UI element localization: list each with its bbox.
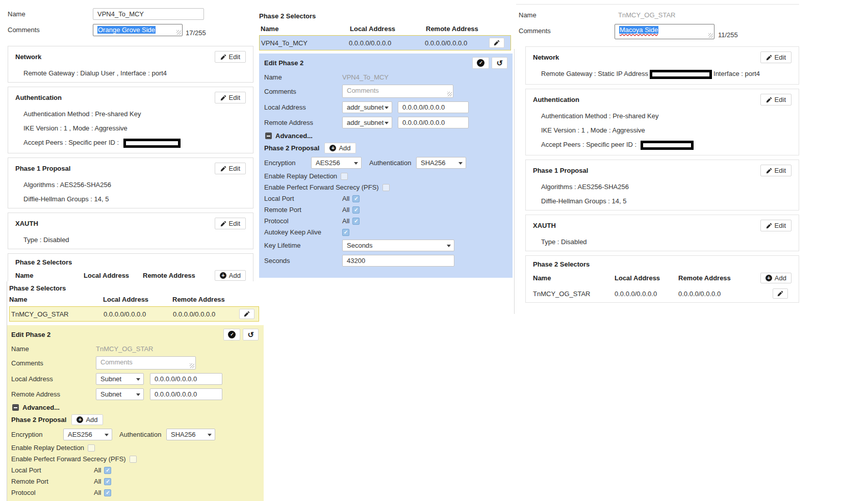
phase1-title: Phase 1 Proposal: [15, 165, 70, 172]
authentication-select[interactable]: SHA256: [166, 429, 215, 440]
middle-panel: Phase 2 Selectors Name Local Address Rem…: [259, 12, 513, 278]
advanced-toggle[interactable]: Advanced...: [265, 132, 507, 140]
name-label: Name: [264, 73, 342, 81]
comments-input[interactable]: Macoya Side: [615, 24, 714, 39]
remote-address-type-select[interactable]: Subnet: [96, 388, 144, 400]
pfs-checkbox[interactable]: [130, 456, 137, 463]
network-edit-button[interactable]: Edit: [760, 51, 792, 63]
xauth-edit-button[interactable]: Edit: [760, 220, 792, 231]
column-header-remote: Remote Address: [678, 274, 760, 282]
network-title: Network: [533, 54, 559, 61]
right-panel: Name TnMCY_OG_STAR Comments Macoya Side …: [518, 11, 799, 307]
advanced-toggle[interactable]: Advanced...: [12, 404, 259, 411]
selected-selector-row[interactable]: TnMCY_OG_STAR 0.0.0.0/0.0.0.0 0.0.0.0/0.…: [9, 306, 259, 322]
local-address-input[interactable]: 0.0.0.0/0.0.0.0: [398, 101, 469, 113]
remote-port-label: Remote Port: [11, 478, 94, 485]
authentication-select[interactable]: SHA256: [416, 157, 466, 169]
remote-address-input[interactable]: 0.0.0.0/0.0.0.0: [150, 388, 222, 400]
right-panel-top-border: [516, 4, 799, 5]
all-label: All: [94, 466, 101, 474]
column-header-local: Local Address: [84, 272, 143, 279]
revert-button[interactable]: ↺: [492, 57, 507, 69]
authentication-label: Authentication: [369, 159, 416, 167]
chevron-down-icon: [105, 434, 109, 436]
remote-address-input[interactable]: 0.0.0.0/0.0.0.0: [398, 117, 469, 128]
protocol-all-checkbox[interactable]: ✓: [352, 218, 360, 225]
selected-selector-row[interactable]: VPN4_To_MCY 0.0.0.0/0.0.0.0 0.0.0.0/0.0.…: [259, 35, 511, 50]
name-input[interactable]: VPN4_To_MCY: [93, 8, 204, 20]
chevron-down-icon: [458, 162, 463, 165]
edit-selector-button[interactable]: [239, 309, 254, 319]
encryption-select[interactable]: AES256: [63, 429, 112, 440]
chevron-down-icon: [354, 162, 358, 165]
edit-selector-button[interactable]: [773, 288, 788, 299]
edit-phase2-panel-yellow: Edit Phase 2 ✓ ↺ Name TnMCY_OG_STAR Comm…: [7, 325, 264, 501]
redacted-peer-id: [641, 141, 694, 150]
remote-address-label: Remote Address: [11, 390, 96, 398]
comments-label: Comments: [11, 359, 96, 367]
replay-detection-checkbox[interactable]: [341, 173, 348, 180]
all-label: All: [342, 206, 349, 214]
add-proposal-button[interactable]: + Add: [71, 414, 103, 425]
authentication-edit-button[interactable]: Edit: [760, 94, 792, 106]
name-value: VPN4_To_MCY: [342, 73, 389, 81]
local-address-type-select[interactable]: Subnet: [96, 373, 144, 385]
phase1-dh-groups: Diffie-Hellman Groups : 14, 5: [23, 195, 246, 203]
resize-handle-icon: [176, 30, 181, 35]
comments-input[interactable]: Comments: [342, 85, 453, 98]
plus-icon: +: [765, 275, 772, 281]
comments-input[interactable]: Orange Grove Side: [93, 24, 183, 36]
local-address-input[interactable]: 0.0.0.0/0.0.0.0: [150, 373, 222, 385]
plus-icon: +: [76, 416, 83, 423]
remote-port-all-checkbox[interactable]: ✓: [104, 478, 111, 485]
selector-row-remote: 0.0.0.0/0.0.0.0: [678, 290, 773, 298]
local-port-all-checkbox[interactable]: ✓: [352, 195, 360, 202]
local-address-type-select[interactable]: addr_subnet: [342, 101, 392, 113]
replay-detection-checkbox[interactable]: [88, 444, 95, 452]
key-lifetime-select[interactable]: Seconds: [342, 240, 454, 251]
remote-address-type-select[interactable]: addr_subnet: [342, 117, 392, 128]
protocol-label: Protocol: [11, 489, 94, 496]
replay-detection-label: Enable Replay Detection: [264, 172, 337, 180]
revert-button[interactable]: ↺: [243, 329, 259, 340]
add-selector-button[interactable]: + Add: [760, 273, 792, 283]
accept-button[interactable]: ✓: [223, 329, 240, 340]
add-proposal-button[interactable]: + Add: [324, 143, 355, 153]
add-selector-button[interactable]: + Add: [215, 270, 246, 281]
pfs-label: Enable Perfect Forward Secrecy (PFS): [11, 455, 126, 463]
panel-divider: [514, 49, 515, 314]
network-edit-button[interactable]: Edit: [215, 51, 246, 63]
check-icon: ✓: [477, 59, 484, 67]
remote-port-all-checkbox[interactable]: ✓: [352, 206, 360, 214]
authentication-edit-button[interactable]: Edit: [215, 92, 246, 103]
autokey-keepalive-checkbox[interactable]: ✓: [342, 229, 349, 236]
xauth-title: XAUTH: [15, 220, 38, 227]
seconds-input[interactable]: 43200: [342, 255, 454, 267]
auth-peers: Accept Peers : Specific peer ID :: [541, 141, 792, 150]
chevron-down-icon: [385, 107, 389, 109]
chevron-down-icon: [208, 434, 212, 436]
all-label: All: [342, 195, 349, 202]
comments-input[interactable]: Comments: [96, 356, 196, 370]
edit-selector-button[interactable]: [489, 38, 504, 48]
pfs-checkbox[interactable]: [382, 184, 390, 191]
encryption-select[interactable]: AES256: [311, 157, 362, 169]
phase2-proposal-label: Phase 2 Proposal: [11, 416, 66, 424]
local-port-all-checkbox[interactable]: ✓: [104, 467, 111, 474]
xauth-edit-button[interactable]: Edit: [215, 218, 246, 229]
auth-method: Authentication Method : Pre-shared Key: [541, 112, 792, 120]
protocol-all-checkbox[interactable]: ✓: [104, 489, 111, 496]
protocol-label: Protocol: [264, 217, 342, 225]
column-header-remote: Remote Address: [172, 296, 263, 303]
column-header-name: Name: [15, 272, 84, 279]
phase1-edit-button[interactable]: Edit: [760, 165, 792, 176]
chevron-down-icon: [136, 378, 140, 381]
xauth-type: Type : Disabled: [23, 236, 246, 244]
chevron-down-icon: [385, 122, 389, 124]
accept-button[interactable]: ✓: [472, 57, 489, 69]
phase1-dh-groups: Diffie-Hellman Groups : 14, 5: [541, 197, 792, 205]
local-port-label: Local Port: [11, 466, 94, 474]
pencil-icon: [220, 166, 226, 172]
phase1-edit-button[interactable]: Edit: [215, 163, 246, 174]
authentication-card: Authentication Edit Authentication Metho…: [525, 89, 799, 155]
